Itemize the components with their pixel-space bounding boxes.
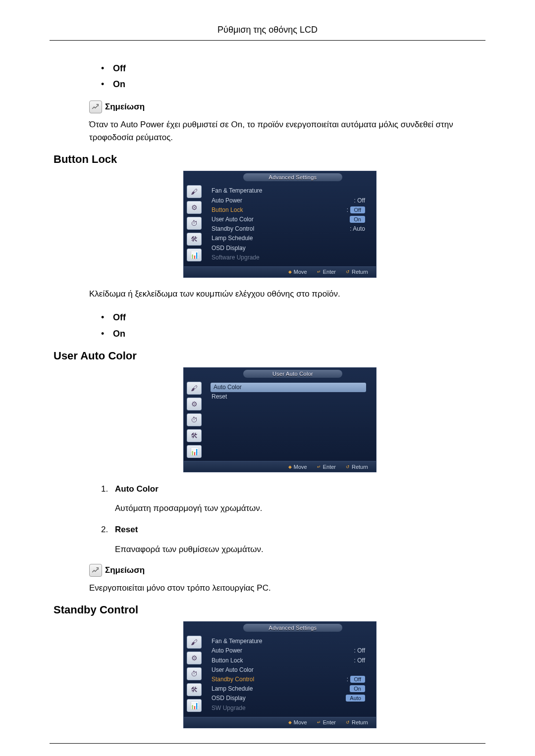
osd-panel-advanced-settings: Advanced Settings 🖌 ⚙ ⏱ 🛠 📊 Fan & Temper… — [183, 621, 376, 728]
list-item: •Off — [101, 60, 471, 76]
osd-item-label: Auto Power — [212, 646, 242, 655]
osd-title: Advanced Settings — [243, 624, 342, 632]
list-item: •On — [101, 326, 471, 342]
paint-icon: 🖌 — [187, 185, 202, 198]
option-list: •Off •On — [101, 60, 471, 93]
osd-value-chip: On — [350, 216, 365, 223]
osd-icon-column: 🖌 ⚙ ⏱ 🛠 📊 — [184, 379, 206, 461]
osd-title: User Auto Color — [243, 370, 342, 378]
note-icon — [89, 564, 102, 577]
osd-item-label: OSD Display — [212, 244, 246, 253]
clock-icon: ⏱ — [187, 413, 202, 426]
section-desc: Κλείδωμα ή ξεκλείδωμα των κουμπιών ελέγχ… — [89, 288, 471, 301]
osd-value-chip: Off — [350, 206, 365, 213]
osd-value-chip: On — [350, 685, 365, 692]
osd-item-label: Lamp Schedule — [212, 684, 253, 694]
list-item: •Off — [101, 309, 471, 325]
page-footer-rule — [50, 743, 485, 748]
page-content: •Off •On Σημείωση Όταν το Auto Power έχε… — [50, 60, 485, 728]
osd-panel-user-auto-color: User Auto Color 🖌 ⚙ ⏱ 🛠 📊 Auto Color Res… — [183, 367, 376, 472]
osd-footer-hints: ◆Move ↵Enter ↺Return — [184, 266, 376, 277]
note-heading: Σημείωση — [89, 101, 471, 113]
osd-item-label: Software Upgrade — [212, 253, 260, 262]
section-heading-button-lock: Button Lock — [54, 153, 471, 166]
paint-icon: 🖌 — [187, 636, 202, 649]
list-item: Reset Επαναφορά των ρυθμίσεων χρωμάτων. — [101, 523, 471, 555]
osd-item-label: Auto Power — [212, 196, 242, 205]
chart-icon: 📊 — [187, 445, 202, 458]
chart-icon: 📊 — [187, 249, 202, 261]
osd-value-chip: Auto — [346, 695, 365, 702]
note-icon — [89, 101, 102, 113]
gear-icon: 🛠 — [187, 429, 202, 442]
osd-item-selected: Auto Color — [211, 383, 366, 392]
osd-panel-advanced-settings: Advanced Settings 🖌 ⚙ ⏱ 🛠 📊 Fan & Temper… — [183, 171, 376, 278]
list-item: •On — [101, 76, 471, 92]
osd-icon-column: 🖌 ⚙ ⏱ 🛠 📊 — [184, 633, 206, 717]
list-item: Auto Color Αυτόματη προσαρμογή των χρωμά… — [101, 482, 471, 515]
section-heading-user-auto-color: User Auto Color — [54, 350, 471, 362]
osd-item-label: SW Upgrade — [212, 704, 246, 713]
osd-item-label: User Auto Color — [212, 665, 254, 675]
osd-item-label: Fan & Temperature — [212, 637, 263, 646]
paint-icon: 🖌 — [187, 382, 202, 395]
document-page: Ρύθμιση της οθόνης LCD •Off •On Σημείωση… — [0, 0, 535, 756]
osd-menu-list: Fan & Temperature Auto Power: Off Button… — [206, 633, 376, 717]
osd-item-label: Button Lock — [212, 656, 243, 665]
osd-item-label: Standby Control — [212, 675, 254, 684]
gear-icon: 🛠 — [187, 233, 202, 246]
osd-icon-column: 🖌 ⚙ ⏱ 🛠 📊 — [184, 182, 206, 266]
section-heading-standby-control: Standby Control — [54, 604, 471, 616]
osd-item: Reset — [211, 392, 366, 402]
osd-footer-hints: ◆Move ↵Enter ↺Return — [184, 461, 376, 472]
osd-title: Advanced Settings — [243, 173, 342, 181]
osd-footer-hints: ◆Move ↵Enter ↺Return — [184, 717, 376, 728]
osd-item-label: Button Lock — [212, 205, 243, 215]
chart-icon: 📊 — [187, 699, 202, 712]
osd-item-label: Lamp Schedule — [212, 234, 253, 243]
slider-icon: ⚙ — [187, 398, 202, 410]
page-title: Ρύθμιση της οθόνης LCD — [50, 25, 485, 41]
osd-screenshot: Advanced Settings 🖌 ⚙ ⏱ 🛠 📊 Fan & Temper… — [89, 171, 471, 278]
note-text: Ενεργοποιείται μόνο στον τρόπο λειτουργί… — [89, 582, 471, 595]
clock-icon: ⏱ — [187, 217, 202, 230]
numbered-list: Auto Color Αυτόματη προσαρμογή των χρωμά… — [101, 482, 471, 556]
osd-menu-list: Auto Color Reset — [206, 379, 376, 461]
osd-screenshot: Advanced Settings 🖌 ⚙ ⏱ 🛠 📊 Fan & Temper… — [89, 621, 471, 728]
gear-icon: 🛠 — [187, 683, 202, 696]
option-list: •Off •On — [101, 309, 471, 342]
osd-menu-list: Fan & Temperature Auto Power: Off Button… — [206, 182, 376, 266]
osd-item-label: User Auto Color — [212, 215, 254, 224]
slider-icon: ⚙ — [187, 652, 202, 664]
osd-item-label: Standby Control — [212, 224, 254, 234]
note-heading: Σημείωση — [89, 564, 471, 577]
slider-icon: ⚙ — [187, 201, 202, 214]
osd-screenshot: User Auto Color 🖌 ⚙ ⏱ 🛠 📊 Auto Color Res… — [89, 367, 471, 472]
note-label: Σημείωση — [105, 102, 145, 112]
clock-icon: ⏱ — [187, 667, 202, 680]
osd-item-label: Fan & Temperature — [212, 186, 263, 196]
note-text: Όταν το Auto Power έχει ρυθμιστεί σε On,… — [89, 118, 471, 145]
note-label: Σημείωση — [105, 565, 145, 575]
osd-value-chip: Off — [350, 676, 365, 683]
osd-item-label: OSD Display — [212, 694, 246, 703]
